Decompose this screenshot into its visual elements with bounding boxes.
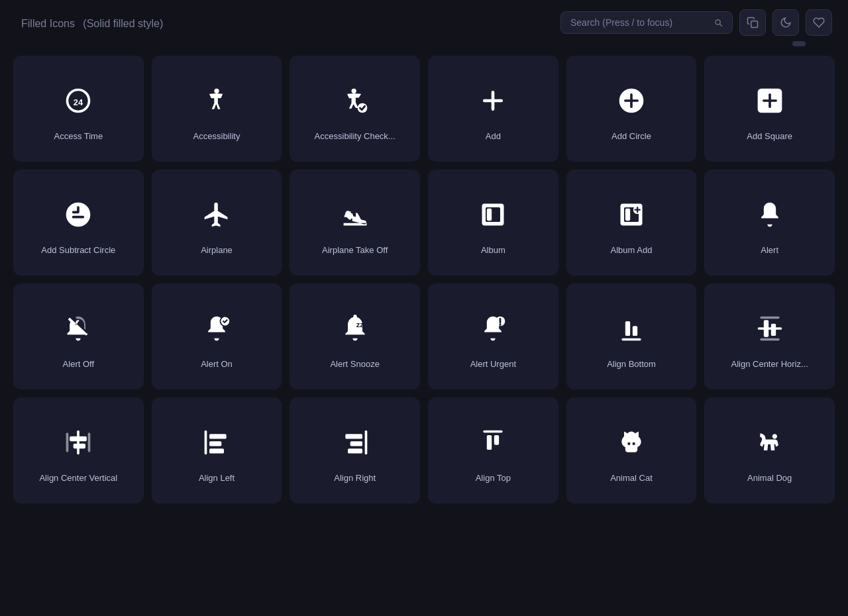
icon-card-align-top[interactable]: Align Top (428, 397, 558, 503)
icon-card-alert-snooze[interactable]: zzz Alert Snooze (290, 283, 420, 389)
icon-card-add-subtract-circle[interactable]: Add Subtract Circle (13, 170, 144, 276)
icon-card-align-left[interactable]: Align Left (152, 397, 282, 503)
align-left-label: Align Left (199, 473, 235, 484)
add-subtract-circle-icon (58, 195, 98, 234)
alert-icon (750, 195, 790, 234)
svg-rect-27 (757, 327, 782, 330)
airplane-icon (197, 195, 237, 234)
icon-card-animal-cat[interactable]: Animal Cat (566, 397, 697, 503)
svg-rect-23 (760, 316, 779, 319)
icon-card-add-circle[interactable]: Add Circle (566, 56, 697, 162)
access-time-icon: 24 (58, 81, 98, 121)
icon-card-album[interactable]: Album (428, 170, 558, 276)
icon-card-align-right[interactable]: Align Right (290, 397, 420, 503)
icon-card-add[interactable]: Add (428, 56, 558, 162)
svg-point-5 (351, 88, 356, 93)
icon-card-align-center-horiz[interactable]: Align Center Horiz... (704, 283, 835, 389)
add-label: Add (486, 131, 501, 142)
copy-button[interactable] (739, 9, 766, 36)
add-subtract-circle-label: Add Subtract Circle (41, 245, 115, 256)
svg-rect-35 (209, 441, 221, 446)
icon-card-accessibility-check[interactable]: Accessibility Check... (290, 56, 420, 162)
svg-rect-37 (364, 430, 367, 454)
alert-on-icon (197, 309, 237, 348)
icon-card-airplane[interactable]: Airplane (152, 170, 282, 276)
airplane-label: Airplane (201, 245, 233, 256)
header-title-area: Filled Icons (Solid filled style) (16, 15, 163, 30)
app-title: Filled Icons (Solid filled style) (16, 15, 163, 30)
animal-dog-label: Animal Dog (747, 473, 792, 484)
airplane-take-off-icon (335, 195, 375, 234)
airplane-take-off-label: Airplane Take Off (322, 245, 388, 256)
accessibility-check-label: Accessibility Check... (315, 131, 396, 142)
svg-rect-21 (625, 321, 630, 336)
alert-off-icon (58, 309, 98, 348)
accessibility-label: Accessibility (193, 131, 240, 142)
icon-card-accessibility[interactable]: Accessibility (152, 56, 282, 162)
favorites-button[interactable] (806, 9, 832, 36)
svg-text:24: 24 (74, 97, 83, 107)
icon-card-album-add[interactable]: Album Add (566, 170, 697, 276)
svg-rect-26 (760, 338, 779, 340)
access-time-label: Access Time (54, 131, 103, 142)
alert-urgent-label: Alert Urgent (470, 359, 516, 370)
align-top-icon (473, 423, 513, 462)
alert-off-label: Alert Off (63, 359, 94, 370)
svg-rect-15 (625, 208, 630, 220)
svg-rect-40 (348, 448, 362, 453)
icon-card-add-square[interactable]: Add Square (704, 56, 835, 162)
album-label: Album (481, 245, 505, 256)
svg-rect-36 (209, 448, 224, 453)
align-right-icon (335, 423, 375, 462)
align-bottom-label: Align Bottom (607, 359, 656, 370)
album-icon (473, 195, 513, 234)
align-right-label: Align Right (334, 473, 376, 484)
align-center-vertical-label: Align Center Vertical (39, 473, 117, 484)
align-center-horiz-icon (750, 309, 790, 348)
icon-card-align-bottom[interactable]: Align Bottom (566, 283, 697, 389)
svg-text:zzz: zzz (356, 321, 367, 329)
icon-card-alert-urgent[interactable]: Alert Urgent (428, 283, 558, 389)
copy-icon (747, 17, 759, 28)
svg-point-9 (66, 202, 91, 227)
icon-card-align-center-vertical[interactable]: Align Center Vertical (13, 397, 144, 503)
svg-rect-28 (66, 433, 69, 452)
align-bottom-icon (611, 309, 651, 348)
icon-card-alert-on[interactable]: Alert On (152, 283, 282, 389)
svg-rect-38 (345, 434, 362, 438)
header-controls (560, 9, 832, 36)
add-circle-icon (611, 81, 651, 121)
accessibility-icon (197, 81, 237, 121)
svg-rect-20 (621, 338, 641, 340)
album-add-icon (611, 195, 651, 234)
svg-point-4 (214, 88, 219, 93)
alert-snooze-icon: zzz (335, 309, 375, 348)
icon-card-alert[interactable]: Alert (704, 170, 835, 276)
icon-card-access-time[interactable]: 24 Access Time (13, 56, 144, 162)
animal-cat-icon (611, 423, 651, 462)
album-add-label: Album Add (611, 245, 653, 256)
add-square-icon (750, 81, 790, 121)
align-center-horiz-label: Align Center Horiz... (731, 359, 808, 370)
icons-main: 24 Access Time Accessibility Accessibili… (0, 45, 848, 514)
search-input[interactable] (570, 17, 708, 28)
add-circle-label: Add Circle (611, 131, 651, 142)
align-center-vertical-icon (58, 423, 98, 462)
icons-grid: 24 Access Time Accessibility Accessibili… (0, 45, 848, 514)
svg-rect-0 (751, 21, 758, 28)
icon-card-alert-off[interactable]: Alert Off (13, 283, 144, 389)
icon-card-animal-dog[interactable]: Animal Dog (704, 397, 835, 503)
svg-rect-34 (209, 434, 227, 438)
dark-mode-button[interactable] (772, 9, 799, 36)
add-square-label: Add Square (747, 131, 792, 142)
search-bar[interactable] (560, 11, 733, 34)
icon-card-airplane-take-off[interactable]: Airplane Take Off (290, 170, 420, 276)
app-header: Filled Icons (Solid filled style) (0, 0, 848, 45)
dark-mode-tooltip (792, 41, 806, 46)
svg-rect-33 (205, 430, 207, 454)
align-left-icon (197, 423, 237, 462)
svg-rect-22 (633, 326, 637, 336)
svg-rect-32 (77, 430, 80, 454)
svg-rect-42 (487, 435, 492, 450)
animal-dog-icon (750, 423, 790, 462)
